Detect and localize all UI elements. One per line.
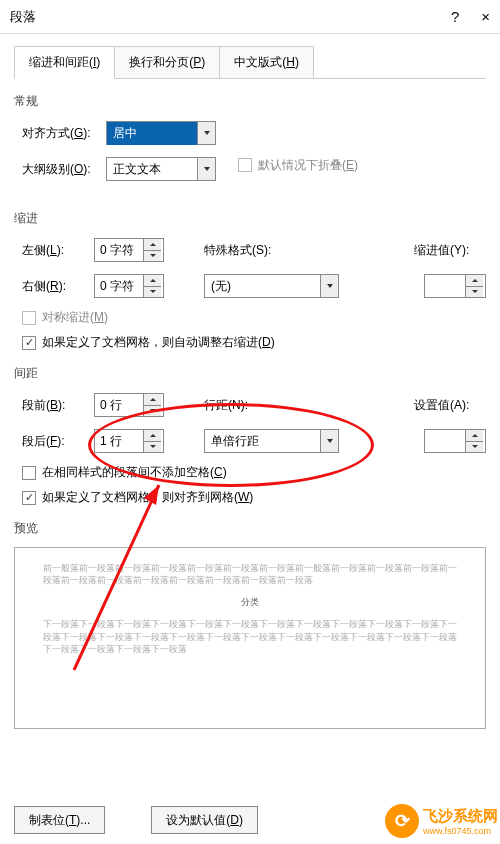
watermark-logo-icon: ⟳ bbox=[385, 804, 419, 838]
preview-light-before: 前一般落前一段落前一段落前一段落前一段落前一段落前一段落前一般落前一段落前一段落… bbox=[43, 562, 457, 586]
spacing-at-spinner[interactable] bbox=[424, 429, 486, 453]
special-format-label: 特殊格式(S): bbox=[204, 242, 296, 259]
preview-box: 前一般落前一段落前一段落前一段落前一段落前一段落前一段落前一般落前一段落前一段落… bbox=[14, 547, 486, 729]
section-spacing: 间距 bbox=[14, 365, 486, 382]
alignment-select[interactable]: 居中 bbox=[106, 121, 216, 145]
snap-grid-label: 如果定义了文档网格，则对齐到网格(W) bbox=[42, 489, 253, 506]
title-bar: 段落 ? × bbox=[0, 0, 500, 34]
outline-level-label: 大纲级别(O): bbox=[14, 161, 106, 178]
spin-up[interactable] bbox=[144, 275, 161, 287]
section-indent: 缩进 bbox=[14, 210, 486, 227]
spin-down[interactable] bbox=[466, 442, 483, 453]
spin-down[interactable] bbox=[144, 287, 161, 298]
space-before-label: 段前(B): bbox=[14, 397, 94, 414]
preview-light-after: 下一段落下一段落下一段落下一段落下一段落下一段落下一段落下一段落下一段落下一段落… bbox=[43, 618, 457, 654]
spin-up[interactable] bbox=[144, 394, 161, 406]
spacing-at-input[interactable] bbox=[425, 430, 465, 452]
space-before-input[interactable] bbox=[95, 394, 143, 416]
spin-up[interactable] bbox=[144, 430, 161, 442]
chevron-down-icon[interactable] bbox=[197, 122, 215, 144]
chevron-down-icon[interactable] bbox=[320, 430, 338, 452]
chevron-down-icon[interactable] bbox=[320, 275, 338, 297]
spin-up[interactable] bbox=[466, 275, 483, 287]
tabs-button[interactable]: 制表位(T)... bbox=[14, 806, 105, 834]
indent-right-label: 右侧(R): bbox=[14, 278, 94, 295]
indent-by-label: 缩进值(Y): bbox=[414, 242, 484, 259]
auto-adjust-right-indent-label: 如果定义了文档网格，则自动调整右缩进(D) bbox=[42, 334, 275, 351]
indent-left-label: 左侧(L): bbox=[14, 242, 94, 259]
spin-down[interactable] bbox=[466, 287, 483, 298]
no-extra-space-label: 在相同样式的段落间不添加空格(C) bbox=[42, 464, 227, 481]
indent-right-input[interactable] bbox=[95, 275, 143, 297]
watermark: ⟳ 飞沙系统网 www.fs0745.com bbox=[383, 802, 500, 840]
indent-by-spinner[interactable] bbox=[424, 274, 486, 298]
no-extra-space-checkbox[interactable] bbox=[22, 466, 36, 480]
tab-asian-typography[interactable]: 中文版式(H) bbox=[219, 46, 314, 78]
space-after-label: 段后(F): bbox=[14, 433, 94, 450]
mirror-indent-label: 对称缩进(M) bbox=[42, 309, 108, 326]
spin-up[interactable] bbox=[144, 239, 161, 251]
space-before-spinner[interactable] bbox=[94, 393, 164, 417]
auto-adjust-right-indent-checkbox[interactable] bbox=[22, 336, 36, 350]
line-spacing-select[interactable]: 单倍行距 bbox=[204, 429, 339, 453]
chevron-down-icon[interactable] bbox=[197, 158, 215, 180]
close-button[interactable]: × bbox=[481, 8, 490, 25]
spin-up[interactable] bbox=[466, 430, 483, 442]
tab-line-page-breaks[interactable]: 换行和分页(P) bbox=[114, 46, 220, 78]
snap-grid-checkbox[interactable] bbox=[22, 491, 36, 505]
section-general: 常规 bbox=[14, 93, 486, 110]
indent-right-spinner[interactable] bbox=[94, 274, 164, 298]
section-preview: 预览 bbox=[14, 520, 486, 537]
collapse-default-label: 默认情况下折叠(E) bbox=[258, 157, 358, 174]
window-title: 段落 bbox=[10, 8, 36, 26]
collapse-default-checkbox bbox=[238, 158, 252, 172]
indent-left-spinner[interactable] bbox=[94, 238, 164, 262]
space-after-spinner[interactable] bbox=[94, 429, 164, 453]
spacing-at-label: 设置值(A): bbox=[414, 397, 484, 414]
line-spacing-label: 行距(N): bbox=[204, 397, 296, 414]
tab-indent-spacing[interactable]: 缩进和间距(I) bbox=[14, 46, 115, 79]
collapse-default-row: 默认情况下折叠(E) bbox=[230, 157, 358, 174]
preview-sample-text: 分类 bbox=[43, 596, 457, 608]
indent-by-input[interactable] bbox=[425, 275, 465, 297]
watermark-url: www.fs0745.com bbox=[423, 826, 498, 836]
mirror-indent-checkbox bbox=[22, 311, 36, 325]
outline-level-select[interactable]: 正文文本 bbox=[106, 157, 216, 181]
help-button[interactable]: ? bbox=[451, 8, 459, 25]
space-after-input[interactable] bbox=[95, 430, 143, 452]
spin-down[interactable] bbox=[144, 251, 161, 262]
watermark-title: 飞沙系统网 bbox=[423, 807, 498, 826]
set-default-button[interactable]: 设为默认值(D) bbox=[151, 806, 258, 834]
alignment-label: 对齐方式(G): bbox=[14, 125, 106, 142]
spin-down[interactable] bbox=[144, 442, 161, 453]
indent-left-input[interactable] bbox=[95, 239, 143, 261]
spin-down[interactable] bbox=[144, 406, 161, 417]
tab-bar: 缩进和间距(I) 换行和分页(P) 中文版式(H) bbox=[14, 46, 486, 79]
special-format-select[interactable]: (无) bbox=[204, 274, 339, 298]
